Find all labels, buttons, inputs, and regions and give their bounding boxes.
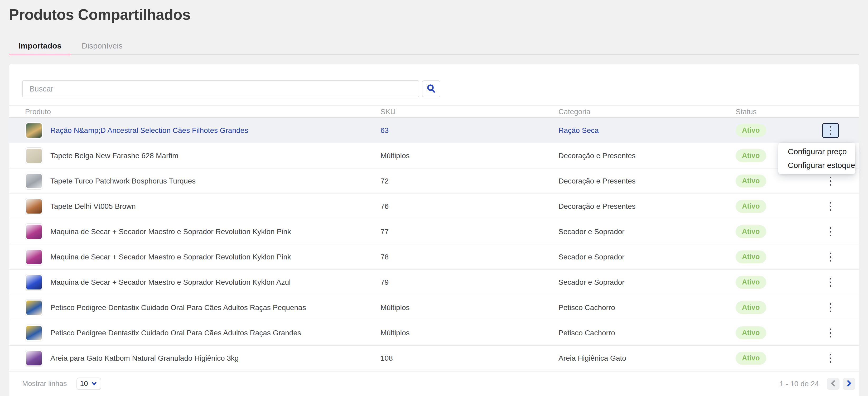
tab-bar: Importados Disponíveis <box>9 39 859 55</box>
table-row[interactable]: Areia para Gato Katbom Natural Granulado… <box>9 346 859 371</box>
product-thumbnail <box>25 274 43 291</box>
status-badge: Ativo <box>736 352 766 365</box>
search-bar <box>22 81 440 97</box>
status-badge: Ativo <box>736 250 766 264</box>
product-sku: 77 <box>380 227 389 236</box>
table-row[interactable]: Tapete Turco Patchwork Bosphorus Turques… <box>9 169 859 194</box>
product-name[interactable]: Petisco Pedigree Dentastix Cuidado Oral … <box>50 303 306 312</box>
previous-page-button[interactable] <box>827 378 839 390</box>
product-thumbnail <box>25 198 43 215</box>
product-sku: Múltiplos <box>380 303 409 312</box>
kebab-icon <box>830 278 831 279</box>
menu-item-configurar-estoque[interactable]: Configurar estoque <box>778 158 855 172</box>
column-header-sku: SKU <box>380 108 558 116</box>
product-thumbnail <box>25 325 43 341</box>
column-header-status: Status <box>736 108 815 116</box>
products-table: Produto SKU Categoria Status Ração N&amp… <box>9 105 859 371</box>
table-row[interactable]: Petisco Pedigree Dentastix Cuidado Oral … <box>9 320 859 346</box>
product-thumbnail <box>25 299 43 316</box>
kebab-icon <box>830 303 831 305</box>
row-actions-button[interactable] <box>822 249 839 265</box>
product-sku: 78 <box>380 253 389 261</box>
table-row[interactable]: Maquina de Secar + Secador Maestro e Sop… <box>9 270 859 295</box>
product-name[interactable]: Tapete Turco Patchwork Bosphorus Turques <box>50 177 196 185</box>
product-image <box>26 275 42 290</box>
row-actions-button[interactable] <box>822 199 839 214</box>
row-actions-button[interactable] <box>822 300 839 315</box>
row-actions-button[interactable] <box>822 325 839 341</box>
row-actions-button[interactable] <box>822 275 839 290</box>
tab-disponiveis[interactable]: Disponíveis <box>72 39 132 55</box>
page-title: Produtos Compartilhados <box>9 6 190 23</box>
product-category: Areia Higiênica Gato <box>558 354 626 362</box>
rows-per-page-select[interactable]: 10 <box>76 377 101 390</box>
product-name[interactable]: Petisco Pedigree Dentastix Cuidado Oral … <box>50 329 301 337</box>
kebab-icon <box>830 227 831 229</box>
row-actions-button[interactable] <box>822 224 839 239</box>
table-row[interactable]: Ração N&amp;D Ancestral Selection Cães F… <box>9 118 859 143</box>
context-menu: Configurar preço Configurar estoque <box>778 143 855 174</box>
menu-item-configurar-preco[interactable]: Configurar preço <box>778 145 855 158</box>
product-image <box>26 149 42 163</box>
product-name[interactable]: Areia para Gato Katbom Natural Granulado… <box>50 354 239 363</box>
product-thumbnail <box>25 223 43 240</box>
product-name[interactable]: Maquina de Secar + Secador Maestro e Sop… <box>50 227 291 236</box>
product-name[interactable]: Maquina de Secar + Secador Maestro e Sop… <box>50 253 291 261</box>
kebab-icon <box>830 329 831 330</box>
chevron-right-icon <box>845 379 853 388</box>
rows-per-page: Mostrar linhas 10 <box>22 377 101 390</box>
search-input[interactable] <box>22 81 419 97</box>
row-actions-button[interactable] <box>822 174 839 189</box>
table-row[interactable]: Petisco Pedigree Dentastix Cuidado Oral … <box>9 295 859 320</box>
status-badge: Ativo <box>736 124 766 137</box>
kebab-icon <box>830 202 831 204</box>
product-category: Ração Seca <box>558 126 599 134</box>
table-footer: Mostrar linhas 10 1 - 10 de 24 <box>9 371 859 396</box>
kebab-icon <box>830 252 831 254</box>
product-category: Secador e Soprador <box>558 253 625 261</box>
product-category: Decoração e Presentes <box>558 177 636 185</box>
table-row[interactable]: Tapete Belga New Farashe 628 Marfim Múlt… <box>9 143 859 169</box>
product-thumbnail <box>25 122 43 139</box>
product-name[interactable]: Tapete Delhi Vt005 Brown <box>50 202 136 211</box>
kebab-icon <box>830 177 831 178</box>
product-image <box>26 250 42 264</box>
product-image <box>26 351 42 365</box>
table-row[interactable]: Maquina de Secar + Secador Maestro e Sop… <box>9 219 859 244</box>
product-category: Secador e Soprador <box>558 278 625 286</box>
table-row[interactable]: Maquina de Secar + Secador Maestro e Sop… <box>9 244 859 270</box>
search-icon <box>426 84 436 94</box>
table-body: Ração N&amp;D Ancestral Selection Cães F… <box>9 118 859 371</box>
product-thumbnail <box>25 350 43 367</box>
status-badge: Ativo <box>736 175 766 187</box>
product-image <box>26 225 42 239</box>
pagination: 1 - 10 de 24 <box>780 378 855 390</box>
rows-per-page-label: Mostrar linhas <box>22 379 67 388</box>
column-header-categoria: Categoria <box>558 108 736 116</box>
product-name[interactable]: Tapete Belga New Farashe 628 Marfim <box>50 152 179 160</box>
next-page-button[interactable] <box>843 378 855 390</box>
product-name[interactable]: Ração N&amp;D Ancestral Selection Cães F… <box>50 126 248 135</box>
row-actions-button[interactable] <box>822 351 839 366</box>
product-image <box>26 326 42 340</box>
product-image <box>26 123 42 138</box>
search-button[interactable] <box>422 81 440 97</box>
rows-per-page-value: 10 <box>80 379 88 388</box>
column-header-produto: Produto <box>25 108 380 116</box>
product-image <box>26 301 42 315</box>
table-header-row: Produto SKU Categoria Status <box>9 105 859 118</box>
product-category: Decoração e Presentes <box>558 152 636 160</box>
product-sku: 108 <box>380 354 393 362</box>
content-card: Produto SKU Categoria Status Ração N&amp… <box>9 64 859 396</box>
tab-importados[interactable]: Importados <box>9 39 71 55</box>
status-badge: Ativo <box>736 301 766 314</box>
status-badge: Ativo <box>736 200 766 213</box>
tab-importados-label: Importados <box>19 41 61 50</box>
product-category: Secador e Soprador <box>558 227 625 236</box>
table-row[interactable]: Tapete Delhi Vt005 Brown 76 Decoração e … <box>9 194 859 219</box>
product-category: Decoração e Presentes <box>558 202 636 210</box>
row-actions-button[interactable] <box>822 123 839 138</box>
product-image <box>26 174 42 188</box>
product-name[interactable]: Maquina de Secar + Secador Maestro e Sop… <box>50 278 290 286</box>
product-sku: 63 <box>380 126 389 134</box>
